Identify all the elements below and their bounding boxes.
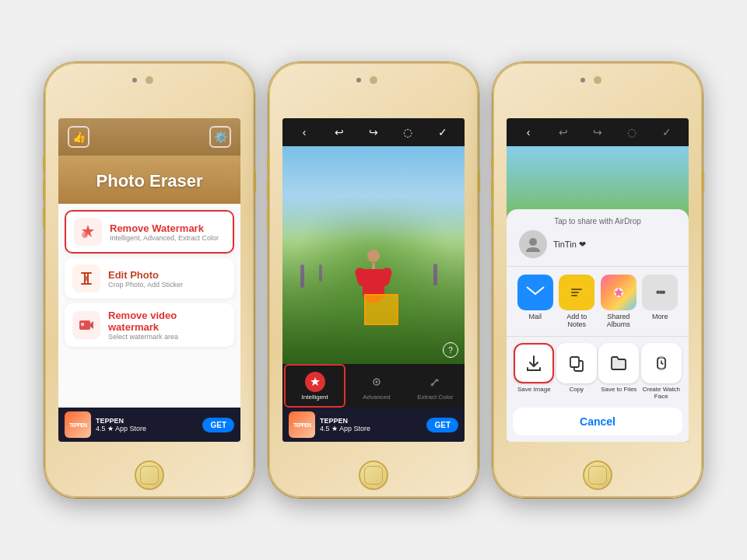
save-to-files-action[interactable]: Save to Files [598, 343, 639, 400]
p3-redo-btn[interactable]: ↪ [587, 122, 608, 142]
more-icon: ••• [642, 275, 678, 310]
copy-action[interactable]: Copy [556, 343, 597, 400]
svg-point-1 [84, 276, 89, 281]
back-button[interactable]: ‹ [294, 122, 314, 142]
edit-icon [72, 264, 100, 292]
edit-photo-item[interactable]: Edit Photo Crop Photo, Add Sticker [65, 258, 234, 299]
home-button-1[interactable] [135, 460, 164, 490]
ad-get-button[interactable]: GET [202, 418, 234, 432]
divider-1 [507, 266, 689, 267]
svg-rect-13 [571, 295, 577, 296]
home-button-2[interactable] [359, 460, 388, 490]
share-sheet: Tap to share with AirDrop TinTin ❤ [507, 209, 689, 442]
power-button-3[interactable] [702, 171, 704, 193]
ad-text: TEPPEN 4.5 ★ App Store [96, 417, 198, 432]
remove-watermark-text: Remove Watermark Intelligent, Advanced, … [110, 222, 219, 242]
remove-watermark-title: Remove Watermark [110, 222, 219, 234]
cancel-button[interactable]: Cancel [513, 408, 682, 436]
more-label: More [652, 313, 668, 320]
svg-point-8 [529, 238, 537, 246]
intelligent-tool[interactable]: Intelligent [284, 364, 345, 408]
vol-down-button-2[interactable] [267, 207, 269, 229]
intelligent-icon [305, 372, 325, 392]
intelligent-label: Intelligent [302, 394, 328, 401]
p3-undo-btn[interactable]: ↩ [553, 122, 573, 142]
svg-point-0 [82, 232, 88, 238]
home-button-3[interactable] [583, 460, 612, 490]
vol-up-button-3[interactable] [491, 179, 493, 201]
mail-app[interactable]: Mail [517, 275, 553, 328]
undo-button[interactable]: ↩ [329, 122, 349, 142]
p2-image-area: ? [282, 146, 465, 364]
confirm-button[interactable]: ✓ [433, 122, 453, 142]
loading-indicator: ◌ [398, 122, 418, 142]
remove-video-text: Remove video watermark Select watermark … [108, 310, 226, 341]
svg-marker-3 [90, 321, 93, 329]
create-watch-face-action[interactable]: Create Watch Face [641, 343, 682, 400]
p3-back-btn[interactable]: ‹ [518, 122, 538, 142]
phone-3-screen: ‹ ↩ ↪ ◌ ✓ Tap to share with AirDrop [507, 118, 689, 442]
camera-dot [132, 78, 137, 82]
apps-row: Mail Add to Notes [507, 270, 689, 333]
airdrop-section: Tap to share with AirDrop TinTin ❤ [507, 209, 689, 263]
vol-up-button-2[interactable] [267, 179, 269, 201]
advanced-tool[interactable]: Advanced [347, 364, 405, 408]
p2-ad-get-button[interactable]: GET [426, 418, 458, 432]
add-to-notes-app[interactable]: Add to Notes [559, 275, 594, 328]
home-button-ring-2 [364, 466, 383, 485]
redo-button[interactable]: ↪ [363, 122, 384, 142]
vol-down-button-3[interactable] [491, 207, 493, 229]
silent-button[interactable] [43, 156, 45, 171]
extract-color-label: Extract Color [417, 394, 453, 401]
vol-down-button[interactable] [43, 207, 45, 229]
airdrop-label: Tap to share with AirDrop [516, 217, 679, 226]
mail-icon [517, 275, 553, 310]
p2-ad-text: TEPPEN 4.5 ★ App Store [320, 417, 422, 432]
p2-ad-rating: 4.5 ★ App Store [320, 425, 422, 432]
save-image-icon [514, 343, 554, 383]
more-app[interactable]: ••• More [642, 275, 678, 328]
shared-albums-icon [601, 275, 637, 310]
p2-photo: ? [282, 146, 465, 364]
vol-up-button[interactable] [43, 179, 45, 201]
actions-row: Save Image Copy [507, 340, 689, 404]
svg-point-7 [431, 383, 434, 386]
remove-watermark-item[interactable]: Remove Watermark Intelligent, Advanced, … [65, 210, 234, 254]
contact-row: TinTin ❤ [516, 230, 679, 258]
svg-rect-9 [525, 285, 545, 300]
extract-color-tool[interactable]: Extract Color [406, 364, 465, 408]
power-button-2[interactable] [478, 171, 480, 193]
copy-icon [556, 343, 597, 383]
svg-rect-11 [571, 289, 582, 290]
p3-toolbar: ‹ ↩ ↪ ◌ ✓ [507, 118, 689, 146]
p1-ad-banner: TEPPEN TEPPEN 4.5 ★ App Store GET [58, 408, 240, 442]
phone-1-screen: 👍 ⚙️ Photo Eraser Remove Watermark [58, 118, 240, 442]
svg-rect-21 [659, 369, 664, 371]
p3-confirm-btn[interactable]: ✓ [657, 122, 677, 142]
p2-bottom-toolbar: Intelligent Advanced [282, 364, 465, 408]
svg-point-6 [375, 380, 377, 383]
save-image-action[interactable]: Save Image [514, 343, 554, 400]
create-watch-face-icon [641, 343, 682, 383]
notes-label: Add to Notes [559, 313, 594, 328]
ad-app-name: TEPPEN [96, 417, 198, 425]
shared-albums-label: Shared Albums [601, 313, 637, 328]
thumbs-up-icon[interactable]: 👍 [68, 126, 89, 148]
speaker-3 [594, 76, 601, 84]
help-button[interactable]: ? [443, 342, 458, 358]
silent-button-3[interactable] [491, 156, 493, 171]
copy-label: Copy [569, 386, 584, 393]
shared-albums-app[interactable]: Shared Albums [601, 275, 637, 328]
phone-3: ‹ ↩ ↪ ◌ ✓ Tap to share with AirDrop [493, 62, 703, 498]
phone-1: 👍 ⚙️ Photo Eraser Remove Watermark [44, 62, 254, 498]
remove-video-watermark-item[interactable]: Remove video watermark Select watermark … [65, 303, 234, 347]
mail-label: Mail [528, 313, 542, 320]
camera-dot-2 [356, 78, 361, 82]
remove-watermark-subtitle: Intelligent, Advanced, Extract Color [110, 234, 219, 242]
speaker [146, 76, 153, 84]
settings-icon[interactable]: ⚙️ [209, 126, 231, 148]
extract-color-icon [425, 372, 445, 392]
power-button[interactable] [254, 171, 256, 193]
home-button-ring-3 [588, 466, 607, 485]
silent-button-2[interactable] [267, 156, 269, 171]
